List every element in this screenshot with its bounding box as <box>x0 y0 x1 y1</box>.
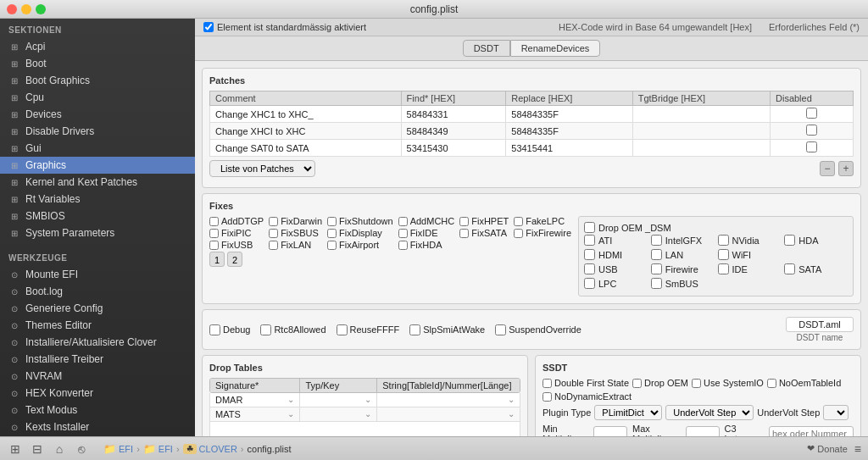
disabled-check[interactable] <box>806 141 817 152</box>
table-row[interactable]: Change XHCI to XHC 58484349 58484335F <box>210 123 854 140</box>
breadcrumb-clover[interactable]: ☘ CLOVER <box>183 444 237 454</box>
disabled-check[interactable] <box>806 125 817 136</box>
sidebar-item-boot-graphics[interactable]: ⊞ Boot Graphics <box>0 72 195 89</box>
fix-fixhpet[interactable]: FixHPET <box>459 216 509 226</box>
stepper-typ-1[interactable]: ⌄ <box>364 410 371 418</box>
fix-fixdarwin[interactable]: FixDarwin <box>269 216 322 226</box>
fix-lpc[interactable]: LPC <box>584 278 648 289</box>
remove-patch-button[interactable]: − <box>820 161 835 176</box>
sidebar-item-graphics[interactable]: ⊞ Graphics <box>0 157 195 174</box>
cell-disabled[interactable] <box>771 123 854 140</box>
sidebar-item-smbios[interactable]: ⊞ SMBIOS <box>0 208 195 224</box>
default-active-checkbox[interactable]: Element ist standardmässig aktiviert <box>203 22 366 32</box>
fix-hda[interactable]: HDA <box>784 235 848 246</box>
fix-firewire[interactable]: Firewire <box>651 263 715 274</box>
sidebar-item-install-treiber[interactable]: ⊙ Installiere Treiber <box>0 351 195 368</box>
sidebar-item-boot-log[interactable]: ⊙ Boot.log <box>0 283 195 300</box>
min-mult-input[interactable] <box>593 426 627 436</box>
plugin-type-select[interactable]: PLimitDict <box>594 405 662 420</box>
fix-wifi[interactable]: WiFI <box>718 249 782 260</box>
close-button[interactable] <box>7 4 17 14</box>
slp-check[interactable]: SlpSmiAtWake <box>409 324 485 335</box>
fix-nvidia[interactable]: NVidia <box>718 235 782 246</box>
sidebar-item-boot[interactable]: ⊞ Boot <box>0 55 195 72</box>
fix-sata[interactable]: SATA <box>784 263 848 274</box>
window-controls[interactable] <box>7 4 46 14</box>
fix-intelgfx[interactable]: IntelGFX <box>651 235 715 246</box>
maximize-button[interactable] <box>36 4 46 14</box>
plimit-select[interactable]: UnderVolt Step <box>665 405 754 420</box>
debug-check[interactable]: Debug <box>209 324 250 335</box>
fix-fixairport[interactable]: FixAirport <box>327 240 393 250</box>
tab-dsdt[interactable]: DSDT <box>463 40 510 57</box>
sidebar-item-acpi[interactable]: ⊞ Acpi <box>0 38 195 55</box>
default-active-input[interactable] <box>203 22 214 32</box>
tab-rename-devices[interactable]: RenameDevices <box>510 40 601 57</box>
fix-lan[interactable]: LAN <box>651 249 715 260</box>
fix-hdmi[interactable]: HDMI <box>584 249 648 260</box>
num-btn-1[interactable]: 1 <box>209 252 225 267</box>
table-row[interactable]: Change SAT0 to SATA 53415430 53415441 <box>210 140 854 157</box>
fix-fixsata[interactable]: FixSATA <box>459 228 509 238</box>
ssdt-no-dynamic[interactable]: NoDynamicExtract <box>542 391 854 402</box>
ssdt-double-first[interactable]: Double First State <box>542 378 629 388</box>
fix-addmchc[interactable]: AddMCHC <box>398 216 455 226</box>
toolbar-icon-1[interactable]: ⊞ <box>7 441 24 457</box>
undervolt-select[interactable] <box>823 405 849 420</box>
sidebar-item-kexts-installer[interactable]: ⊙ Kexts Installer <box>0 418 195 435</box>
fix-fixipic[interactable]: FixiPIC <box>209 228 264 238</box>
fix-fixide[interactable]: FixIDE <box>398 228 455 238</box>
fix-usb[interactable]: USB <box>584 263 648 274</box>
sidebar-item-hex-konverter[interactable]: ⊙ HEX Konverter <box>0 385 195 402</box>
stepper-sig-1[interactable]: ⌄ <box>287 410 294 418</box>
num-btn-2[interactable]: 2 <box>227 252 242 267</box>
breadcrumb-efi1[interactable]: 📁 EFI <box>103 443 133 455</box>
sidebar-item-disable-drivers[interactable]: ⊞ Disable Drivers <box>0 123 195 140</box>
fix-ati[interactable]: ATI <box>584 235 648 246</box>
breadcrumb-efi2[interactable]: 📁 EFI <box>143 443 173 455</box>
sidebar-item-generiere-config[interactable]: ⊙ Generiere Config <box>0 300 195 317</box>
table-row[interactable]: Change XHC1 to XHC_ 58484331 58484335F <box>210 106 854 123</box>
sidebar-item-mounte-efi[interactable]: ⊙ Mounte EFI <box>0 266 195 283</box>
fix-fakelpc[interactable]: FakeLPC <box>514 216 571 226</box>
fix-fixhda[interactable]: FixHDA <box>398 240 455 250</box>
home-icon[interactable]: ⌂ <box>51 441 68 457</box>
fix-fixfirewire[interactable]: FixFirewire <box>514 228 571 238</box>
ssdt-no-oem-tableid[interactable]: NoOemTableId <box>767 378 841 388</box>
sidebar-item-nvram[interactable]: ⊙ NVRAM <box>0 368 195 385</box>
c3-latency-input[interactable] <box>769 426 854 436</box>
patches-dropdown[interactable]: Liste von Patches <box>209 160 315 177</box>
minimize-button[interactable] <box>21 4 31 14</box>
suspend-check[interactable]: SuspendOverride <box>495 324 581 335</box>
fix-ide[interactable]: IDE <box>718 263 782 274</box>
ssdt-drop-oem[interactable]: Drop OEM <box>632 378 688 388</box>
sidebar-item-cpu[interactable]: ⊞ Cpu <box>0 89 195 106</box>
fix-fixusb[interactable]: FixUSB <box>209 240 264 250</box>
fix-fixlan[interactable]: FixLAN <box>269 240 322 250</box>
sidebar-item-kernel-kext[interactable]: ⊞ Kernel and Kext Patches <box>0 174 195 191</box>
donate-button[interactable]: ❤ Donate <box>807 443 847 454</box>
drop-row-0[interactable]: DMAR ⌄ ⌄ ⌄ <box>209 393 520 407</box>
fix-fixshutdown[interactable]: FixShutdown <box>327 216 393 226</box>
sidebar-item-gui[interactable]: ⊞ Gui <box>0 140 195 157</box>
fix-fixsbus[interactable]: FixSBUS <box>269 228 322 238</box>
add-patch-button[interactable]: + <box>838 161 854 176</box>
drop-row-1[interactable]: MATS ⌄ ⌄ ⌄ <box>209 407 520 422</box>
sidebar-item-themes-editor[interactable]: ⊙ Themes Editor <box>0 317 195 334</box>
reuse-check[interactable]: ReuseFFFF <box>337 324 400 335</box>
cell-disabled[interactable] <box>771 140 854 157</box>
sidebar-item-rt-variables[interactable]: ⊞ Rt Variables <box>0 191 195 208</box>
ssdt-use-systemio[interactable]: Use SystemIO <box>692 378 764 388</box>
sidebar-item-system-parameters[interactable]: ⊞ System Parameters <box>0 224 195 241</box>
stepper-typ-0[interactable]: ⌄ <box>364 396 371 404</box>
stepper-str-1[interactable]: ⌄ <box>508 410 515 418</box>
fix-add-dtgp[interactable]: AddDTGP <box>209 216 264 226</box>
drop-oem-dsm[interactable]: Drop OEM _DSM <box>584 222 848 233</box>
sidebar-item-install-clover[interactable]: ⊙ Installiere/Aktualisiere Clover <box>0 334 195 351</box>
fix-fixdisplay[interactable]: FixDisplay <box>327 228 393 238</box>
sidebar-item-devices[interactable]: ⊞ Devices <box>0 106 195 123</box>
toolbar-icon-2[interactable]: ⊟ <box>29 441 46 457</box>
fix-smbus[interactable]: SmBUS <box>651 278 715 289</box>
disabled-check[interactable] <box>806 108 817 119</box>
stepper-str-0[interactable]: ⌄ <box>508 396 515 404</box>
